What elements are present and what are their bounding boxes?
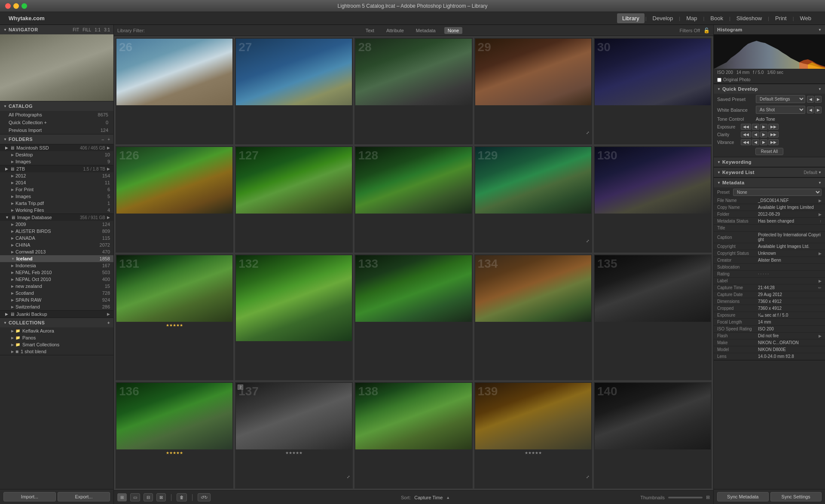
meta-folder-edit[interactable]: ▶: [819, 212, 822, 217]
minimize-button[interactable]: [13, 3, 19, 9]
histogram-header[interactable]: Histogram ▼: [714, 25, 825, 34]
nav-fill[interactable]: FILL: [82, 27, 91, 32]
import-button[interactable]: Import...: [3, 492, 56, 501]
survey-view-button[interactable]: ⊠: [156, 493, 166, 501]
photo-cell-133[interactable]: 133: [354, 254, 472, 380]
photo-cell-128[interactable]: 128: [354, 146, 472, 253]
photo-cell-130[interactable]: 130: [594, 146, 712, 253]
folder-cornwall[interactable]: ▶ Cornwall 2013 470: [0, 248, 113, 255]
folder-nepal-feb[interactable]: ▶ NEPAL Feb 2010 503: [0, 269, 113, 276]
filter-lock-icon[interactable]: 🔓: [703, 27, 710, 34]
photo-cell-129[interactable]: 129 ⤢: [474, 146, 592, 253]
qd-vib-uu[interactable]: ▶▶: [768, 139, 779, 145]
loupe-view-button[interactable]: ▭: [130, 493, 140, 501]
photo-cell-139[interactable]: 139 ⤢ ★★★★★: [474, 382, 592, 489]
qd-wb-prev[interactable]: ◀: [807, 107, 814, 113]
photo-cell-27[interactable]: 27: [235, 38, 353, 144]
qd-saved-preset-select[interactable]: Default Settings: [756, 95, 805, 103]
photo-cell-131[interactable]: 131 ★★★★★: [116, 254, 233, 380]
menu-item-print[interactable]: Print: [770, 13, 792, 23]
disk-image-database[interactable]: ▼ 🖥 Image Database 356 / 931 GB ▶: [0, 214, 113, 221]
maximize-button[interactable]: [21, 3, 27, 9]
sort-direction[interactable]: ▲: [446, 495, 450, 500]
metadata-header[interactable]: ▼ Metadata ▼: [714, 178, 825, 187]
qd-vib-d[interactable]: ◀: [752, 139, 759, 145]
photo-cell-29[interactable]: 29 ⤢: [474, 38, 592, 144]
catalog-previous-import[interactable]: Previous Import 124: [0, 126, 113, 134]
close-button[interactable]: [5, 3, 11, 9]
photo-cell-135[interactable]: 135: [594, 254, 712, 380]
grid-view-button[interactable]: ⊞: [117, 493, 127, 501]
folder-karta[interactable]: ▶ Karta Trip.pdf 1: [0, 200, 113, 207]
sort-value[interactable]: Capture Time: [414, 495, 443, 500]
meta-label-edit[interactable]: ▶: [819, 279, 822, 283]
menu-item-book[interactable]: Book: [705, 13, 728, 23]
qd-wb-select[interactable]: As Shot: [756, 106, 805, 114]
qd-clar-uu[interactable]: ▶▶: [768, 131, 779, 137]
folder-for-print[interactable]: ▶ For Print 6: [0, 186, 113, 193]
folder-china[interactable]: ▶ CHINA 2072: [0, 241, 113, 248]
folder-working[interactable]: ▶ Working Files 4: [0, 207, 113, 214]
qd-exp-u[interactable]: ▶: [760, 124, 767, 130]
disk-juanki[interactable]: ▶ 🖥 Juanki Backup ▶: [0, 310, 113, 318]
menu-item-develop[interactable]: Develop: [648, 13, 678, 23]
folder-canada[interactable]: ▶ CANADA 115: [0, 235, 113, 241]
meta-cap-time-edit[interactable]: ✏: [818, 286, 822, 290]
rotate-button[interactable]: ↺↻: [198, 493, 211, 501]
photo-cell-132[interactable]: 132: [235, 254, 353, 380]
menu-item-map[interactable]: Map: [681, 13, 702, 23]
photo-cell-134[interactable]: 134: [474, 254, 592, 380]
disk-2tb[interactable]: ▶ 🖥 2TB 1.5 / 1.8 TB ▶: [0, 165, 113, 172]
nav-fit[interactable]: FIT: [73, 27, 79, 32]
photo-cell-138[interactable]: 138: [354, 382, 472, 489]
collections-plus[interactable]: +: [107, 320, 110, 325]
keywording-header[interactable]: ▼ Keywording: [714, 157, 825, 167]
meta-status-save[interactable]: ↑: [820, 219, 822, 223]
sync-metadata-button[interactable]: Sync Metadata: [717, 492, 769, 501]
filter-attribute-btn[interactable]: Attribute: [383, 27, 407, 34]
photo-cell-28[interactable]: 28: [354, 38, 472, 144]
folders-plus[interactable]: +: [107, 137, 110, 142]
collection-keflavik[interactable]: ▶ 📁 Keflavik Aurora: [0, 327, 113, 334]
collections-header[interactable]: ▼ Collections +: [0, 318, 113, 327]
qd-vib-u[interactable]: ▶: [760, 139, 767, 145]
navigator-header[interactable]: ▼ Navigator FIT FILL 1:1 3:1: [0, 25, 113, 34]
folder-iceland[interactable]: ▼ Iceland 1858: [0, 255, 113, 262]
quick-develop-header[interactable]: ▼ Quick Develop ▼: [714, 84, 825, 94]
qd-clar-dd[interactable]: ◀◀: [741, 131, 751, 137]
menu-item-library[interactable]: Library: [617, 13, 645, 23]
folders-minus[interactable]: –: [102, 137, 104, 142]
collection-1shot[interactable]: ▶ ◼ 1 shot blend: [0, 348, 113, 355]
folders-header[interactable]: ▼ Folders – +: [0, 134, 113, 144]
filter-text-btn[interactable]: Text: [362, 27, 378, 34]
metadata-preset-select[interactable]: None: [733, 189, 822, 196]
meta-flash-edit[interactable]: ▶: [819, 334, 822, 338]
folder-spain-raw[interactable]: ▶ SPAIN RAW 924: [0, 296, 113, 303]
disk-macintosh-ssd[interactable]: ▶ 🖥 Macintosh SSD 406 / 465 GB ▶: [0, 144, 113, 151]
keyword-list-header[interactable]: ▼ Keyword List Default ▼: [714, 168, 825, 177]
qd-exp-uu[interactable]: ▶▶: [768, 124, 779, 130]
menu-item-slideshow[interactable]: Slideshow: [731, 13, 767, 23]
folder-indonesia[interactable]: ▶ Indonesia 167: [0, 262, 113, 269]
qd-saved-preset-prev[interactable]: ◀: [807, 96, 814, 103]
navigator-thumbnail[interactable]: [0, 34, 113, 101]
photo-cell-137[interactable]: 137 2 ⤢ ★★★★★: [235, 382, 353, 489]
folder-nepal-oct[interactable]: ▶ NEPAL Oct 2010 400: [0, 276, 113, 283]
photo-cell-26[interactable]: 26: [116, 38, 233, 144]
folder-switzerland[interactable]: ▶ Switzerland 286: [0, 303, 113, 310]
folder-2012[interactable]: ▶ 2012 154: [0, 172, 113, 179]
nav-3-1[interactable]: 3:1: [104, 27, 110, 32]
menu-item-web[interactable]: Web: [795, 13, 817, 23]
photo-cell-126[interactable]: 126: [116, 146, 233, 253]
folder-2009[interactable]: ▶ 2009 124: [0, 221, 113, 228]
qd-exp-d[interactable]: ◀: [752, 124, 759, 130]
qd-vib-dd[interactable]: ◀◀: [741, 139, 751, 145]
folder-alister-birds[interactable]: ▶ ALISTER BIRDS 809: [0, 228, 113, 235]
qd-clar-d[interactable]: ◀: [752, 131, 759, 137]
meta-filename-edit[interactable]: ▶: [819, 199, 822, 203]
collection-smart[interactable]: ▶ 📁 Smart Collections: [0, 341, 113, 348]
original-photo-checkbox[interactable]: [717, 78, 721, 82]
filter-metadata-btn[interactable]: Metadata: [412, 27, 439, 34]
qd-clar-u[interactable]: ▶: [760, 131, 767, 137]
meta-copyright-status-edit[interactable]: ▶: [819, 251, 822, 256]
